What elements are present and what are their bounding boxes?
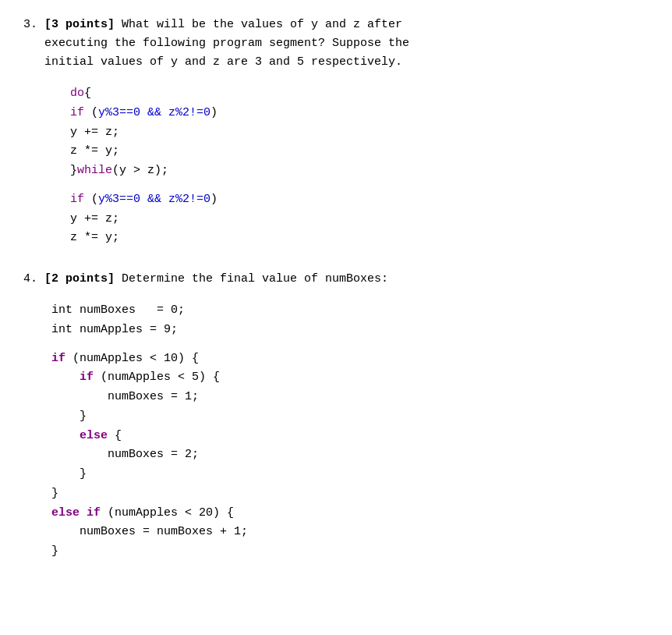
question-4: 4. [2 points] Determine the final value …	[23, 270, 649, 562]
q3-line3: y += z;	[70, 123, 649, 143]
q3-code-block: do{ if (y%3==0 && z%2!=0) y += z; z *= y…	[70, 84, 649, 248]
q4-line4: if (numApples < 5) {	[51, 368, 649, 388]
q3-points: [3 points]	[44, 18, 115, 31]
q3-line5: }while(y > z);	[70, 161, 649, 181]
q4-header: 4. [2 points] Determine the final value …	[23, 270, 649, 289]
q4-number: 4.	[23, 272, 44, 286]
q4-desc: Determine the final value of numBoxes:	[115, 272, 388, 286]
q4-line5: numBoxes = 1;	[51, 388, 649, 407]
q4-line2: int numApples = 9;	[51, 321, 649, 340]
q3-desc-line1: What will be the values of y and z after	[115, 18, 402, 31]
q4-line6: }	[51, 407, 649, 427]
q3-line1: do{	[70, 84, 649, 104]
q4-line7: else {	[51, 427, 649, 446]
q3-line7: y += z;	[70, 210, 649, 229]
q4-points: [2 points]	[44, 272, 115, 286]
q3-line4: z *= y;	[70, 142, 649, 161]
q4-line12: numBoxes = numBoxes + 1;	[51, 523, 649, 542]
q4-line8: numBoxes = 2;	[51, 445, 649, 465]
q3-line2: if (y%3==0 && z%2!=0)	[70, 104, 649, 123]
q3-number: 3.	[23, 18, 44, 31]
q3-desc-line3: initial values of y and z are 3 and 5 re…	[23, 55, 402, 69]
q4-line3: if (numApples < 10) {	[51, 349, 649, 369]
question-3: 3. [3 points] What will be the values of…	[23, 16, 649, 248]
q3-line8: z *= y;	[70, 229, 649, 248]
q3-line6: if (y%3==0 && z%2!=0)	[70, 190, 649, 210]
q4-line13: }	[51, 542, 649, 562]
q3-header: 3. [3 points] What will be the values of…	[23, 16, 649, 72]
q4-code-block: int numBoxes = 0; int numApples = 9; if …	[51, 301, 649, 562]
q4-line10: }	[51, 484, 649, 504]
q4-line9: }	[51, 465, 649, 484]
q3-desc-line2: executing the following program segment?…	[23, 37, 409, 50]
q4-line1: int numBoxes = 0;	[51, 301, 649, 321]
q4-line11: else if (numApples < 20) {	[51, 504, 649, 523]
